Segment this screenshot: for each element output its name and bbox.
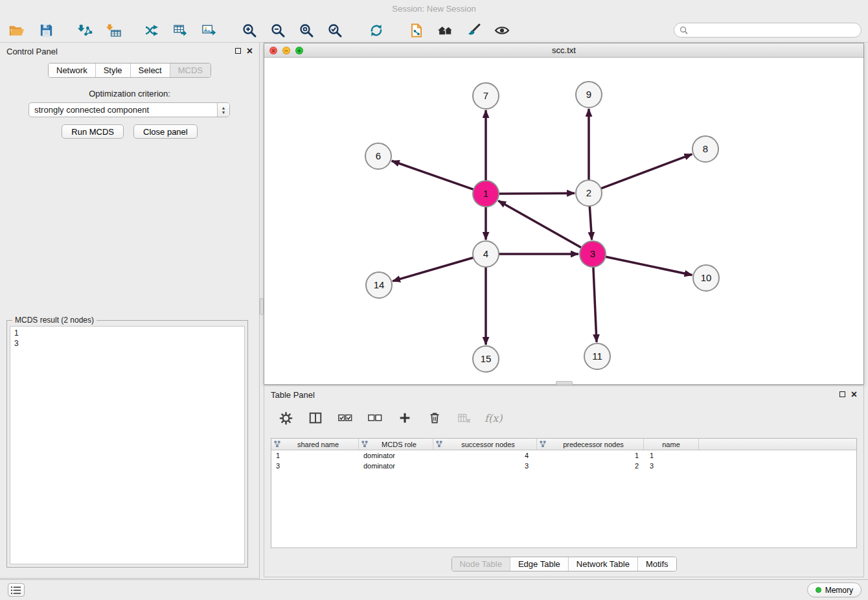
graph-node-1[interactable]: 1 (473, 181, 499, 207)
graph-edge-1-6[interactable] (392, 161, 475, 190)
graph-edge-3-11[interactable] (593, 266, 597, 342)
apply-layout-button[interactable] (367, 21, 386, 40)
memory-status-dot (816, 587, 821, 593)
zoom-out-button[interactable] (268, 21, 288, 40)
minimize-window-icon[interactable]: − (282, 47, 290, 54)
export-table-button[interactable] (171, 21, 190, 40)
tab-network[interactable]: Network (49, 63, 95, 77)
tab-select[interactable]: Select (130, 63, 170, 77)
app-titlebar[interactable]: Session: New Session (0, 0, 868, 18)
clone-network-button[interactable] (407, 21, 426, 40)
graph-edge-3-10[interactable] (604, 257, 692, 275)
run-mcds-button[interactable]: Run MCDS (62, 124, 124, 139)
graph-edge-3-1[interactable] (498, 201, 582, 248)
svg-text:4: 4 (483, 248, 488, 259)
search-box[interactable] (674, 23, 862, 38)
eye-icon (494, 23, 510, 38)
status-menu-button[interactable] (8, 583, 25, 597)
graph-edge-2-3[interactable] (589, 205, 591, 240)
add-row-button[interactable] (395, 408, 415, 428)
close-panel-button[interactable]: Close panel (133, 124, 198, 139)
tab-node-table[interactable]: Node Table (451, 557, 510, 571)
table-cell: 3 (433, 461, 537, 471)
zoom-in-icon (242, 23, 257, 38)
document-network-icon (409, 23, 424, 38)
zoom-window-icon[interactable]: + (295, 47, 303, 54)
mcds-result-text[interactable]: 1 3 (10, 326, 245, 564)
home-button[interactable] (435, 21, 455, 40)
graph-node-6[interactable]: 6 (365, 143, 391, 169)
unselect-all-columns-button[interactable] (365, 408, 385, 428)
function-builder-button[interactable]: f(x) (485, 412, 502, 424)
column-header-predecessor-nodes[interactable]: predecessor nodes (537, 439, 644, 450)
tab-mcds[interactable]: MCDS (170, 63, 211, 77)
horizontal-splitter-handle[interactable] (556, 381, 573, 385)
close-window-icon[interactable]: × (269, 47, 277, 54)
graph-node-9[interactable]: 9 (576, 82, 602, 108)
delete-row-button[interactable] (425, 408, 444, 428)
memory-button[interactable]: Memory (807, 583, 862, 597)
mcds-result-title: MCDS result (2 nodes) (12, 316, 97, 325)
graph-edge-1-2[interactable] (497, 193, 575, 194)
graph-node-3[interactable]: 3 (580, 241, 606, 267)
tab-edge-table[interactable]: Edge Table (510, 557, 568, 571)
tab-motifs[interactable]: Motifs (637, 557, 676, 571)
network-canvas[interactable]: 7968124314101511 (264, 58, 863, 384)
graph-node-2[interactable]: 2 (576, 180, 602, 206)
import-table-button[interactable] (104, 21, 123, 40)
criterion-dropdown[interactable]: strongly connected component ▴▾ (29, 102, 230, 117)
new-network-button[interactable] (143, 21, 162, 40)
graph-node-10[interactable]: 10 (693, 265, 719, 291)
zoom-out-icon (270, 23, 286, 38)
column-header-name[interactable]: name (644, 439, 699, 450)
float-panel-icon[interactable] (235, 48, 241, 54)
table-toolbar: f(x) (276, 407, 502, 429)
network-window: × − + scc.txt 7968124314101511 (264, 43, 864, 385)
zoom-fit-icon (299, 23, 314, 38)
tab-style[interactable]: Style (95, 63, 130, 77)
close-panel-icon[interactable]: × (247, 47, 253, 54)
control-panel-title: Control Panel (6, 47, 58, 56)
delete-column-button[interactable] (455, 408, 474, 428)
vertical-splitter-handle[interactable] (260, 298, 264, 315)
import-network-button[interactable] (75, 21, 95, 40)
status-bar: Memory (0, 579, 868, 600)
style-button[interactable] (464, 21, 483, 40)
table-row[interactable]: 3dominator323 (271, 461, 856, 471)
column-settings-button[interactable] (276, 408, 295, 428)
save-session-button[interactable] (36, 21, 56, 40)
select-all-columns-button[interactable] (336, 408, 355, 428)
mcds-result-groupbox: MCDS result (2 nodes) 1 3 (6, 320, 248, 568)
export-image-button[interactable] (200, 21, 219, 40)
table-cell: dominator (359, 461, 433, 471)
main-toolbar (0, 18, 868, 43)
zoom-in-button[interactable] (240, 21, 259, 40)
graphics-details-button[interactable] (492, 21, 512, 40)
float-table-panel-icon[interactable] (839, 391, 845, 397)
network-window-titlebar[interactable]: × − + scc.txt (264, 43, 863, 58)
column-layout-button[interactable] (306, 408, 325, 428)
tab-network-table[interactable]: Network Table (568, 557, 637, 571)
graph-node-8[interactable]: 8 (692, 136, 718, 162)
graph-node-15[interactable]: 15 (473, 346, 499, 372)
graph-edge-4-14[interactable] (393, 257, 475, 281)
node-table: shared name MCDS role successor nodes pr… (271, 438, 857, 548)
graph-node-4[interactable]: 4 (473, 241, 499, 267)
column-header-shared-name[interactable]: shared name (271, 439, 359, 450)
zoom-fit-button[interactable] (297, 21, 316, 40)
table-cell: 4 (433, 450, 537, 461)
graph-node-7[interactable]: 7 (473, 83, 499, 109)
graph-edge-2-8[interactable] (600, 154, 692, 189)
column-header-mcds-role[interactable]: MCDS role (359, 439, 433, 450)
table-panel-tabs: Node Table Edge Table Network Table Moti… (451, 557, 676, 571)
graph-node-14[interactable]: 14 (366, 272, 392, 298)
column-header-successor-nodes[interactable]: successor nodes (433, 439, 537, 450)
graph-node-11[interactable]: 11 (584, 343, 610, 369)
table-cell: 3 (644, 461, 699, 471)
open-folder-icon (8, 23, 25, 38)
zoom-selected-button[interactable] (325, 21, 345, 40)
open-session-button[interactable] (6, 21, 26, 40)
close-table-panel-icon[interactable]: × (851, 391, 857, 398)
table-row[interactable]: 1dominator411 (271, 450, 856, 461)
search-input[interactable] (688, 26, 856, 35)
